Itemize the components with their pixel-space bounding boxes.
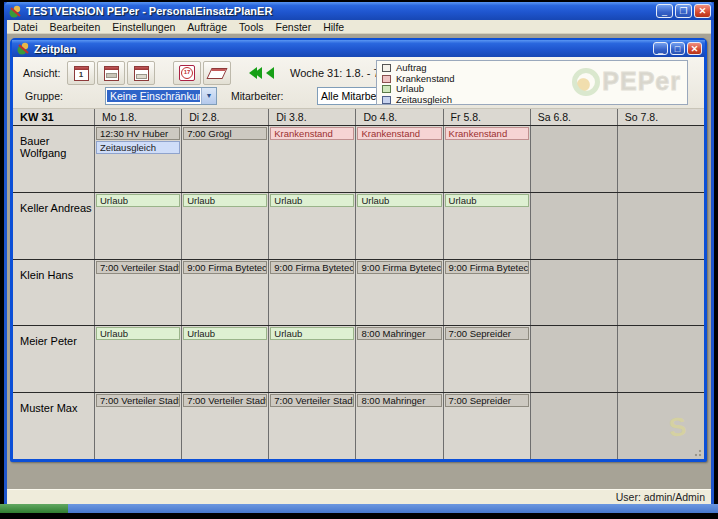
day-cell[interactable]: 9:00 Firma Bytetech [182, 260, 269, 326]
menu-item-datei[interactable]: Datei [7, 21, 44, 33]
schedule-entry-urlaub[interactable]: Urlaub [96, 194, 180, 207]
zeitplan-maximize-icon[interactable]: □ [670, 42, 685, 55]
day-cell[interactable]: 12:30 HV HuberZeitausgleich [95, 126, 182, 192]
day-cell[interactable]: 7:00 Verteiler Stadthalle [182, 393, 269, 459]
menu-item-bearbeiten[interactable]: Bearbeiten [44, 21, 107, 33]
day-cell[interactable]: Urlaub [95, 326, 182, 392]
day-cell[interactable]: 9:00 Firma Bytetech [444, 260, 531, 326]
day-cell[interactable]: Urlaub [269, 193, 356, 259]
menu-item-tools[interactable]: Tools [233, 21, 270, 33]
main-titlebar[interactable]: TESTVERSION PEPer - PersonalEinsatzPlanE… [4, 2, 714, 20]
zeitplan-titlebar[interactable]: Zeitplan _ □ ✕ [12, 40, 705, 57]
legend-checkbox-zeitausgleich[interactable] [382, 96, 391, 104]
day-cell[interactable]: Urlaub [182, 193, 269, 259]
day-cell[interactable] [531, 260, 618, 326]
schedule-entry-auftrag[interactable]: 8:00 Mahringer [357, 394, 441, 407]
menu-item-auftr-ge[interactable]: Aufträge [181, 21, 233, 33]
schedule-entry-auftrag[interactable]: 9:00 Firma Bytetech [270, 261, 354, 274]
schedule-entry-auftrag[interactable]: 9:00 Firma Bytetech [357, 261, 441, 274]
schedule-entry-urlaub[interactable]: Urlaub [183, 327, 267, 340]
day-cell[interactable]: 7:00 Grögl [182, 126, 269, 192]
day-cell[interactable] [618, 326, 704, 392]
schedule-entry-urlaub[interactable]: Urlaub [183, 194, 267, 207]
schedule-entry-urlaub[interactable]: Urlaub [445, 194, 529, 207]
view-day-button[interactable]: 1 [67, 61, 95, 85]
day-cell[interactable]: Urlaub [444, 193, 531, 259]
close-icon[interactable]: ✕ [694, 4, 711, 18]
day-cell[interactable] [531, 126, 618, 192]
schedule-entry-auftrag[interactable]: 7:00 Verteiler Stadthalle [96, 261, 180, 274]
day-cell[interactable]: 8:00 Mahringer [356, 326, 443, 392]
day-cell[interactable]: 9:00 Firma Bytetech [356, 260, 443, 326]
view-month-button[interactable] [127, 61, 155, 85]
day-cell[interactable]: 7:00 Verteiler Stadthalle [95, 393, 182, 459]
day-cell[interactable] [618, 260, 704, 326]
legend-checkbox-urlaub[interactable] [382, 85, 391, 93]
legend-item-zeitausgleich: Zeitausgleich [382, 95, 682, 105]
schedule-entry-auftrag[interactable]: 7:00 Verteiler Stadthalle [183, 394, 267, 407]
day-cell[interactable]: Krankenstand [269, 126, 356, 192]
schedule-entry-urlaub[interactable]: Urlaub [96, 327, 180, 340]
day-cell[interactable]: Urlaub [356, 193, 443, 259]
menu-item-hilfe[interactable]: Hilfe [317, 21, 350, 33]
schedule-entry-auftrag[interactable]: 7:00 Sepreider [445, 394, 529, 407]
resize-grip[interactable] [691, 446, 703, 458]
planning-sheet-button[interactable] [203, 61, 231, 85]
view-week-button[interactable] [97, 61, 125, 85]
day-cell[interactable] [618, 193, 704, 259]
zeitplan-minimize-icon[interactable]: _ [653, 42, 668, 55]
table-row: Keller AndreasUrlaubUrlaubUrlaubUrlaubUr… [13, 193, 704, 260]
schedule-entry-krankenstand[interactable]: Krankenstand [445, 127, 529, 140]
schedule-entry-auftrag[interactable]: 7:00 Grögl [183, 127, 267, 140]
day-cell[interactable]: 7:00 Verteiler Stadthalle [95, 260, 182, 326]
start-button-fragment[interactable] [0, 504, 68, 513]
day-cell[interactable]: 7:00 Sepreider [444, 326, 531, 392]
schedule-entry-krankenstand[interactable]: Krankenstand [270, 127, 354, 140]
schedule-entry-krankenstand[interactable]: Krankenstand [357, 127, 441, 140]
legend-checkbox-krankenstand[interactable] [382, 75, 391, 83]
legend-item-urlaub: Urlaub [382, 84, 682, 94]
restore-icon[interactable]: ❐ [675, 4, 692, 18]
calendar-icon: 17 [179, 65, 195, 81]
table-row: Meier PeterUrlaubUrlaubUrlaub8:00 Mahrin… [13, 326, 704, 393]
schedule-entry-auftrag[interactable]: 7:00 Verteiler Stadthalle [96, 394, 180, 407]
day-cell[interactable]: Krankenstand [356, 126, 443, 192]
day-cell[interactable]: 9:00 Firma Bytetech [269, 260, 356, 326]
legend-item-auftrag: Auftrag [382, 63, 682, 73]
day-cell[interactable] [618, 126, 704, 192]
minimize-icon[interactable]: _ [656, 4, 673, 18]
app-icon [9, 5, 22, 18]
day-cell[interactable]: Urlaub [182, 326, 269, 392]
fast-prev-week-button[interactable] [247, 65, 264, 81]
goto-date-button[interactable]: 17 [173, 61, 201, 85]
day-cell[interactable]: Urlaub [269, 326, 356, 392]
day-cell[interactable] [531, 193, 618, 259]
day-cell[interactable] [531, 326, 618, 392]
schedule-entry-auftrag[interactable]: 9:00 Firma Bytetech [445, 261, 529, 274]
gruppe-value: Keine Einschränkung [107, 90, 200, 102]
schedule-entry-urlaub[interactable]: Urlaub [270, 327, 354, 340]
zeitplan-close-icon[interactable]: ✕ [687, 42, 702, 55]
schedule-entry-auftrag[interactable]: 8:00 Mahringer [357, 327, 441, 340]
schedule-entry-auftrag[interactable]: 7:00 Sepreider [445, 327, 529, 340]
schedule-entry-urlaub[interactable]: Urlaub [270, 194, 354, 207]
legend-label: Krankenstand [396, 74, 455, 84]
day-cell[interactable] [531, 393, 618, 459]
menu-item-fenster[interactable]: Fenster [270, 21, 318, 33]
day-cell[interactable]: 7:00 Sepreider [444, 393, 531, 459]
day-cell[interactable]: 8:00 Mahringer [356, 393, 443, 459]
day-header-2: Di 3.8. [269, 109, 356, 125]
menu-item-einstellungen[interactable]: Einstellungen [106, 21, 181, 33]
schedule-entry-auftrag[interactable]: 12:30 HV Huber [96, 127, 180, 140]
day-cell[interactable]: Urlaub [95, 193, 182, 259]
gruppe-select[interactable]: Keine Einschränkung ▼ [105, 87, 217, 105]
prev-week-button[interactable] [264, 65, 276, 81]
schedule-entry-auftrag[interactable]: 7:00 Verteiler Stadthalle [270, 394, 354, 407]
schedule-entry-zeitausgleich[interactable]: Zeitausgleich [96, 141, 180, 154]
legend-checkbox-auftrag[interactable] [382, 64, 391, 72]
day-cell[interactable]: Krankenstand [444, 126, 531, 192]
chevron-down-icon[interactable]: ▼ [201, 88, 216, 104]
day-cell[interactable]: 7:00 Verteiler Stadthalle [269, 393, 356, 459]
schedule-entry-urlaub[interactable]: Urlaub [357, 194, 441, 207]
schedule-entry-auftrag[interactable]: 9:00 Firma Bytetech [183, 261, 267, 274]
